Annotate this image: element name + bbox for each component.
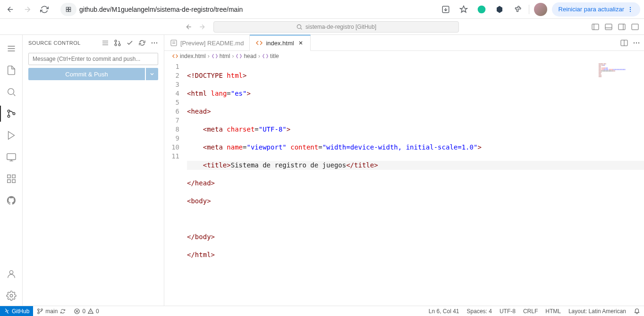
commit-push-button[interactable]: Commit & Push [28, 68, 145, 80]
bookmark-icon[interactable] [457, 3, 470, 16]
svg-point-52 [41, 308, 43, 310]
svg-rect-42 [171, 40, 177, 46]
explorer-icon[interactable] [0, 60, 23, 80]
view-as-tree-icon[interactable] [102, 39, 109, 47]
tab-readme[interactable]: [Preview] README.md [164, 35, 250, 51]
accounts-icon[interactable] [0, 264, 23, 284]
status-eol[interactable]: CRLF [519, 306, 542, 316]
line-numbers: 1234567891011 [164, 61, 187, 306]
status-keyboard-layout[interactable]: Layout: Latin American [565, 306, 630, 316]
commit-dropdown-button[interactable] [146, 68, 158, 80]
svg-rect-0 [66, 7, 68, 9]
create-pr-icon[interactable] [114, 39, 121, 47]
split-editor-icon[interactable] [620, 39, 628, 47]
svg-rect-3 [69, 9, 71, 11]
extension-grammarly-icon[interactable] [475, 3, 488, 16]
svg-point-7 [630, 8, 631, 9]
github-icon[interactable] [0, 191, 23, 210]
svg-rect-1 [69, 7, 71, 9]
svg-point-37 [115, 44, 117, 46]
source-control-sidebar: SOURCE CONTROL Commit & Push [23, 35, 164, 306]
editor-tabs: [Preview] README.md index.html [164, 35, 644, 51]
activity-bar [0, 35, 23, 306]
status-branch[interactable]: main [33, 306, 70, 316]
status-cursor-position[interactable]: Ln 6, Col 41 [425, 306, 463, 316]
editor-back-button[interactable] [183, 21, 195, 33]
svg-point-51 [38, 312, 40, 314]
remote-indicator-icon [4, 308, 10, 314]
url-text: github.dev/M1guelangelm/sistema-de-regis… [79, 6, 430, 13]
commit-message-input[interactable] [28, 53, 158, 65]
refresh-icon[interactable] [138, 39, 146, 47]
search-icon[interactable] [0, 82, 23, 102]
close-tab-icon[interactable] [297, 39, 305, 47]
run-debug-icon[interactable] [0, 125, 23, 145]
status-encoding[interactable]: UTF-8 [496, 306, 519, 316]
svg-point-20 [8, 89, 14, 95]
breadcrumb-file[interactable]: index.html [172, 53, 206, 59]
status-remote[interactable]: GitHub [0, 306, 33, 316]
breadcrumb-head[interactable]: head [236, 53, 256, 59]
toggle-primary-sidebar-icon[interactable] [590, 22, 601, 32]
svg-point-32 [10, 294, 13, 297]
svg-rect-27 [7, 175, 10, 178]
warning-icon [87, 308, 94, 315]
svg-point-22 [8, 115, 10, 117]
source-control-icon[interactable] [0, 104, 23, 124]
svg-rect-28 [12, 175, 15, 178]
svg-point-50 [38, 308, 40, 310]
status-problems[interactable]: 0 0 [70, 306, 102, 316]
code-editor[interactable]: 1234567891011 <!DOCTYPE html> <html lang… [164, 61, 644, 306]
error-icon [74, 308, 80, 315]
svg-rect-29 [7, 180, 10, 183]
extensions-view-icon[interactable] [0, 169, 23, 189]
profile-avatar[interactable] [534, 3, 547, 16]
vscode-title-bar: sistema-de-registro [GitHub] [0, 19, 644, 35]
git-branch-icon [37, 308, 43, 315]
status-notifications-icon[interactable] [630, 306, 644, 316]
address-bar[interactable]: github.dev/M1guelangelm/sistema-de-regis… [57, 2, 433, 17]
svg-point-49 [638, 42, 639, 43]
search-icon [296, 24, 303, 30]
extension-hex-icon[interactable] [493, 3, 506, 16]
svg-rect-2 [66, 9, 68, 11]
status-indentation[interactable]: Spaces: 4 [463, 306, 496, 316]
remote-explorer-icon[interactable] [0, 147, 23, 167]
svg-rect-10 [592, 24, 599, 30]
svg-point-6 [630, 7, 631, 8]
breadcrumb: index.html › html › head › title [164, 51, 644, 61]
svg-point-41 [156, 42, 157, 43]
svg-rect-16 [632, 24, 638, 30]
toggle-panel-icon[interactable] [603, 22, 614, 32]
site-settings-icon[interactable] [60, 3, 76, 16]
restart-to-update-button[interactable]: Reiniciar para actualizar [552, 2, 640, 17]
extensions-icon[interactable] [511, 3, 524, 16]
more-editor-actions-icon[interactable] [633, 39, 640, 47]
toggle-secondary-sidebar-icon[interactable] [617, 22, 627, 32]
svg-point-9 [297, 25, 301, 28]
svg-point-38 [119, 44, 120, 46]
install-app-icon[interactable] [439, 3, 452, 16]
svg-point-23 [13, 113, 15, 115]
forward-button[interactable] [21, 3, 34, 16]
back-button[interactable] [4, 3, 17, 16]
commit-icon[interactable] [126, 39, 134, 47]
reload-button[interactable] [38, 3, 51, 16]
code-content: <!DOCTYPE html> <html lang="es"> <head> … [187, 61, 644, 306]
svg-rect-12 [605, 24, 612, 30]
tab-index-html[interactable]: index.html [250, 35, 310, 51]
breadcrumb-title[interactable]: title [262, 53, 279, 59]
menu-icon[interactable] [0, 39, 23, 58]
editor-forward-button[interactable] [196, 21, 208, 33]
customize-layout-icon[interactable] [630, 22, 640, 32]
html-file-icon [255, 39, 263, 47]
breadcrumb-html[interactable]: html [212, 53, 230, 59]
svg-point-31 [9, 271, 13, 274]
svg-rect-30 [12, 180, 15, 183]
more-actions-icon[interactable] [151, 39, 158, 47]
settings-icon[interactable] [0, 286, 23, 306]
status-language[interactable]: HTML [542, 306, 565, 316]
command-center[interactable]: sistema-de-registro [GitHub] [213, 21, 459, 33]
svg-rect-14 [619, 24, 625, 30]
status-bar: GitHub main 0 0 Ln 6, Col 41 Spaces: 4 U… [0, 306, 644, 316]
